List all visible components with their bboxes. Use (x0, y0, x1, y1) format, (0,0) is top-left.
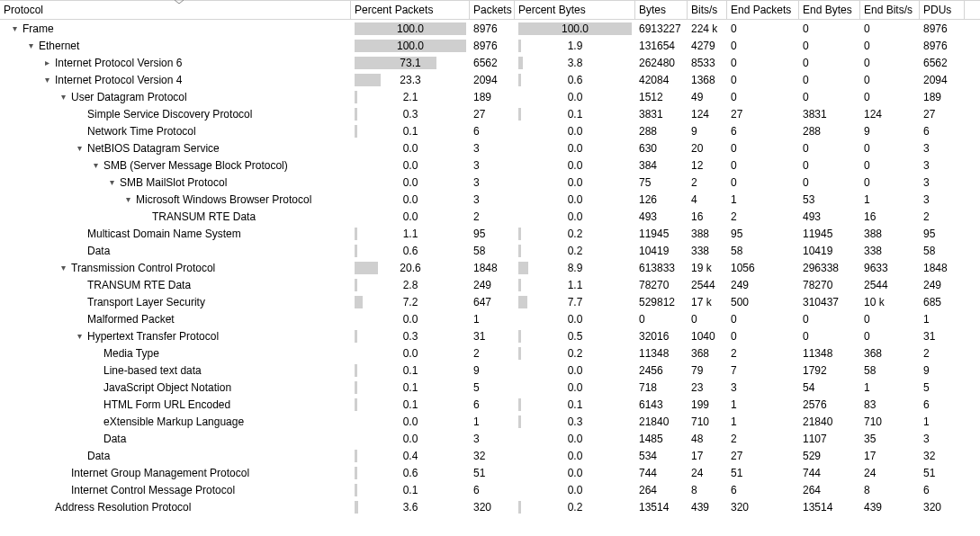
table-row[interactable]: User Datagram Protocol2.11890.0151249000… (0, 88, 980, 105)
table-row[interactable]: Internet Group Management Protocol0.6510… (0, 464, 980, 481)
table-row[interactable]: Internet Protocol Version 423.320940.642… (0, 71, 980, 88)
chevron-down-icon[interactable] (90, 160, 101, 170)
cell-end-packets-value: 0 (731, 330, 737, 343)
col-header-percent-bytes[interactable]: Percent Bytes (515, 0, 635, 20)
cell-protocol: Media Type (0, 347, 351, 360)
col-header-end-bits-s[interactable]: End Bits/s (860, 0, 920, 20)
table-row[interactable]: Data0.4320.053417275291732 (0, 447, 980, 464)
cell-packets-value: 1848 (473, 262, 498, 274)
col-header-end-packets[interactable]: End Packets (727, 0, 799, 20)
table-row[interactable]: Address Resolution Protocol3.63200.21351… (0, 498, 980, 515)
cell-pdus: 3 (920, 159, 965, 172)
cell-pdus-value: 3 (923, 159, 930, 172)
cell-end-packets: 95 (727, 228, 799, 240)
table-row[interactable]: SMB (Server Message Block Protocol)0.030… (0, 156, 980, 174)
table-row[interactable]: Data0.030.014854821107353 (0, 430, 980, 447)
cell-bytes-value: 42084 (639, 74, 669, 86)
cell-end-bytes-value: 53 (803, 193, 814, 206)
protocol-name: TRANSUM RTE Data (152, 210, 256, 223)
chevron-down-icon[interactable] (25, 40, 36, 50)
percent-packets-value: 0.1 (355, 381, 466, 394)
col-header-bits-s-label: Bits/s (691, 4, 717, 16)
cell-end-bytes-value: 744 (803, 467, 821, 479)
cell-end-bits-s: 0 (860, 159, 920, 172)
table-row[interactable]: TRANSUM RTE Data0.020.0493162493162 (0, 208, 980, 225)
cell-percent-bytes: 0.0 (515, 91, 635, 103)
chevron-down-icon[interactable] (41, 75, 52, 85)
chevron-down-icon[interactable] (9, 23, 20, 33)
percent-bytes-value: 0.2 (518, 228, 632, 240)
chevron-down-icon[interactable] (74, 143, 85, 153)
percent-bytes-value: 7.7 (518, 296, 632, 308)
table-row[interactable]: Microsoft Windows Browser Protocol0.030.… (0, 191, 980, 208)
cell-packets: 3 (470, 176, 515, 189)
chevron-down-icon[interactable] (122, 194, 133, 204)
table-row[interactable]: eXtensible Markup Language0.010.32184071… (0, 413, 980, 430)
cell-bytes: 1485 (635, 433, 688, 445)
table-row[interactable]: Internet Control Message Protocol0.160.0… (0, 481, 980, 498)
cell-bits-s: 23 (688, 381, 727, 394)
chevron-down-icon[interactable] (58, 92, 68, 102)
cell-pdus-value: 3 (923, 142, 930, 155)
cell-end-bytes: 13514 (799, 501, 860, 514)
col-header-pdus[interactable]: PDUs (920, 0, 965, 20)
table-row[interactable]: NetBIOS Datagram Service0.030.0630200003 (0, 139, 980, 156)
chevron-down-icon[interactable] (106, 177, 117, 187)
chevron-down-icon[interactable] (74, 331, 85, 341)
percent-packets-value: 0.3 (355, 330, 466, 343)
table-row[interactable]: Transmission Control Protocol20.618488.9… (0, 259, 980, 276)
cell-pdus-value: 249 (923, 279, 941, 291)
cell-bits-s: 8533 (688, 57, 727, 69)
table-row[interactable]: Media Type0.020.2113483682113483682 (0, 344, 980, 362)
col-header-end-bytes[interactable]: End Bytes (799, 0, 860, 20)
cell-bits-s-value: 199 (691, 398, 709, 411)
cell-bytes-value: 529812 (639, 296, 675, 308)
table-row[interactable]: Internet Protocol Version 673.165623.826… (0, 54, 980, 71)
cell-end-bytes: 296338 (799, 262, 860, 274)
col-header-protocol[interactable]: Protocol (0, 0, 351, 20)
cell-bytes: 613833 (635, 262, 688, 274)
table-row[interactable]: Transport Layer Security7.26477.75298121… (0, 293, 980, 310)
cell-protocol: Internet Group Management Protocol (0, 467, 351, 479)
table-row[interactable]: Line-based text data0.190.02456797179258… (0, 362, 980, 379)
cell-bytes-value: 384 (639, 159, 657, 172)
table-row[interactable]: Simple Service Discovery Protocol0.3270.… (0, 105, 980, 122)
cell-pdus: 5 (920, 381, 965, 394)
table-row[interactable]: Hypertext Transfer Protocol0.3310.532016… (0, 327, 980, 344)
cell-pdus-value: 6562 (923, 57, 948, 69)
cell-bytes-value: 32016 (639, 330, 669, 343)
col-header-percent-packets[interactable]: Percent Packets (351, 0, 470, 20)
col-header-bits-s[interactable]: Bits/s (688, 0, 727, 20)
cell-end-bytes: 264 (799, 484, 860, 496)
col-header-bytes[interactable]: Bytes (635, 0, 688, 20)
table-row[interactable]: Network Time Protocol0.160.02889628896 (0, 122, 980, 139)
percent-bytes-value: 0.0 (518, 159, 632, 172)
protocol-name: Line-based text data (103, 364, 202, 377)
cell-bits-s-value: 17 k (691, 296, 712, 308)
cell-bytes-value: 493 (639, 210, 657, 223)
chevron-right-icon[interactable] (41, 58, 52, 67)
column-resize-handle-icon[interactable] (173, 0, 185, 5)
cell-bytes: 264 (635, 484, 688, 496)
col-header-packets[interactable]: Packets (470, 0, 515, 20)
table-row[interactable]: Ethernet100.089761.913165442790008976 (0, 37, 980, 54)
protocol-name: JavaScript Object Notation (103, 381, 231, 394)
cell-end-bits-s-value: 0 (864, 330, 870, 343)
protocol-name: Address Resolution Protocol (55, 501, 191, 514)
cell-end-bits-s-value: 124 (864, 108, 882, 121)
chevron-down-icon[interactable] (58, 263, 68, 272)
cell-end-bits-s: 1 (860, 193, 920, 206)
table-row[interactable]: HTML Form URL Encoded0.160.1614319912576… (0, 396, 980, 413)
table-row[interactable]: Frame100.08976100.06913227224 k0008976 (0, 20, 980, 37)
table-row[interactable]: TRANSUM RTE Data2.82491.1782702544249782… (0, 276, 980, 293)
table-row[interactable]: Malformed Packet0.010.0000001 (0, 310, 980, 327)
cell-end-bytes-value: 21840 (803, 415, 832, 428)
table-row[interactable]: Multicast Domain Name System1.1950.21194… (0, 225, 980, 242)
table-row[interactable]: Data0.6580.210419338581041933858 (0, 242, 980, 259)
table-row[interactable]: JavaScript Object Notation0.150.07182335… (0, 379, 980, 396)
table-row[interactable]: SMB MailSlot Protocol0.030.07520003 (0, 174, 980, 191)
cell-end-packets: 27 (727, 450, 799, 462)
cell-end-packets: 7 (727, 364, 799, 377)
cell-end-packets: 0 (727, 330, 799, 343)
percent-packets-value: 7.2 (355, 296, 466, 308)
